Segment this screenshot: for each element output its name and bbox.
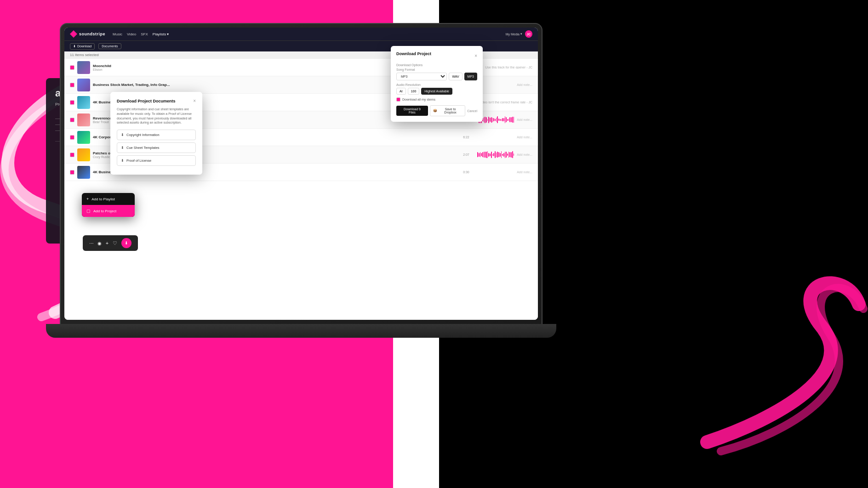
documents-button[interactable]: Documents: [98, 43, 121, 49]
user-avatar[interactable]: JC: [525, 30, 532, 38]
player-download-button[interactable]: ⬇: [121, 238, 131, 248]
add-note: Add note...: [517, 170, 532, 174]
nav-music[interactable]: Music: [113, 32, 122, 36]
main-nav: Music Video SFX Playlists ▾: [113, 32, 169, 36]
download-icon: ⬇: [121, 133, 124, 137]
track-duration: 6:22: [463, 136, 474, 139]
proof-of-license-button[interactable]: ⬇ Proof of License: [117, 155, 196, 166]
save-dropbox-button[interactable]: 📦 Save to Dropbox: [430, 105, 465, 116]
soundstripe-logo: soundstripe: [70, 30, 105, 38]
stems-checkbox-row: Download all my stems: [396, 97, 477, 102]
download-button[interactable]: ⬇ Download: [70, 43, 95, 50]
track-note: Use this track for the opener - JC: [485, 66, 532, 69]
my-media-button[interactable]: My Media ▾: [506, 32, 522, 36]
track-thumbnail: [77, 61, 90, 74]
track-checkbox[interactable]: [70, 83, 74, 87]
add-note: Add note...: [517, 83, 532, 86]
file-format-label: Song Format: [396, 68, 477, 71]
copyright-info-button[interactable]: ⬇ Copyright Information: [117, 130, 196, 140]
add-note: Add note...: [517, 136, 532, 139]
stems-checkbox-label: Download all my stems: [402, 98, 435, 101]
add-button[interactable]: +: [106, 240, 108, 246]
nav-sfx[interactable]: SFX: [141, 32, 148, 36]
download-options-label: Download Options: [396, 63, 477, 67]
ai-resolution-button[interactable]: AI: [396, 88, 406, 95]
track-thumbnail: [77, 79, 90, 91]
track-duration: 0:30: [463, 170, 474, 174]
modal-title: Download Project Documents: [117, 99, 176, 103]
100-resolution-button[interactable]: 100: [408, 88, 420, 95]
modal-description: Copyright information and cue sheet temp…: [117, 107, 196, 125]
audio-resolution-label: Audio Resolution: [396, 83, 477, 86]
chevron-down-icon: ▾: [520, 32, 522, 36]
radio-button[interactable]: ◉: [97, 241, 102, 246]
modal-close-button[interactable]: ×: [193, 98, 196, 103]
format-selector: WAV MP3 WAV MP3: [396, 73, 477, 80]
waveform: [477, 168, 514, 176]
cancel-button[interactable]: Cancel: [467, 109, 477, 113]
waveform: [477, 151, 514, 159]
track-info: Moonchild Elision: [93, 64, 428, 71]
modal-header: Download Project Documents ×: [117, 98, 196, 103]
track-title: Moonchild: [93, 64, 428, 68]
context-menu: + Add to Playlist ▢ Add to Project: [82, 193, 135, 217]
copyright-info-label: Copyright Information: [126, 133, 160, 137]
download-modal-header: Download Project ×: [396, 51, 477, 60]
track-thumbnail: [77, 96, 90, 109]
save-dropbox-label: Save to Dropbox: [439, 108, 462, 114]
highest-resolution-button[interactable]: Highest Available: [421, 88, 452, 95]
cue-sheet-button[interactable]: ⬇ Cue Sheet Templates: [117, 142, 196, 153]
track-checkbox[interactable]: [70, 100, 74, 105]
stems-checkbox[interactable]: [396, 97, 400, 102]
my-media-label: My Media: [506, 33, 520, 36]
logo-mark: [70, 30, 77, 38]
cue-sheet-label: Cue Sheet Templates: [126, 146, 160, 150]
download-files-button[interactable]: Download 9 Files: [396, 106, 428, 116]
project-icon: ▢: [86, 209, 91, 213]
dropbox-icon: 📦: [433, 109, 437, 113]
add-note: Add note...: [517, 118, 532, 121]
app-header: soundstripe Music Video SFX Playlists ▾ …: [64, 28, 538, 40]
more-options-button[interactable]: ···: [89, 240, 93, 246]
track-thumbnail: [77, 113, 90, 126]
track-checkbox[interactable]: [70, 65, 74, 70]
track-checkbox[interactable]: [70, 118, 74, 122]
download-modal-title: Download Project: [396, 51, 431, 56]
nav-playlists[interactable]: Playlists ▾: [153, 32, 169, 36]
proof-of-license-label: Proof of License: [126, 159, 151, 163]
resolution-row: AI 100 Highest Available: [396, 88, 477, 95]
track-checkbox[interactable]: [70, 170, 74, 175]
add-note: Add note...: [517, 153, 532, 156]
download-icon: ⬇: [121, 159, 124, 163]
add-to-playlist-label: Add to Playlist: [91, 197, 115, 201]
track-thumbnail: [77, 148, 90, 161]
modal-download-documents: Download Project Documents × Copyright i…: [110, 92, 202, 175]
add-to-playlist-item[interactable]: + Add to Playlist: [82, 193, 135, 205]
track-thumbnail: [77, 166, 90, 179]
logo-text: soundstripe: [79, 32, 105, 36]
wav-format-button[interactable]: WAV: [449, 73, 462, 80]
player-controls: ··· ◉ + ♡ ⬇: [83, 235, 138, 251]
modal-download-project: Download Project × Download Options Song…: [391, 46, 483, 122]
header-right: My Media ▾ JC: [506, 30, 532, 38]
waveform: [477, 133, 514, 142]
favorite-button[interactable]: ♡: [113, 240, 117, 246]
download-icon: ⬇: [121, 146, 124, 150]
track-duration: 2:07: [463, 153, 474, 156]
waveform: [477, 116, 514, 124]
download-modal-close[interactable]: ×: [474, 53, 477, 58]
waveform: [477, 81, 514, 89]
track-checkbox[interactable]: [70, 135, 74, 140]
download-files-label: Download 9 Files: [404, 108, 421, 114]
format-dropdown[interactable]: WAV MP3: [396, 73, 447, 80]
action-buttons: Download 9 Files 📦 Save to Dropbox Cance…: [396, 105, 477, 116]
track-checkbox[interactable]: [70, 153, 74, 157]
nav-video[interactable]: Video: [127, 32, 136, 36]
plus-icon: +: [86, 197, 89, 201]
download-icon: ⬇: [73, 45, 76, 48]
add-to-project-item[interactable]: ▢ Add to Project: [82, 205, 135, 217]
add-to-project-label: Add to Project: [93, 209, 116, 213]
track-thumbnail: [77, 131, 90, 144]
laptop-base: [46, 324, 556, 338]
mp3-format-button[interactable]: MP3: [464, 73, 477, 80]
